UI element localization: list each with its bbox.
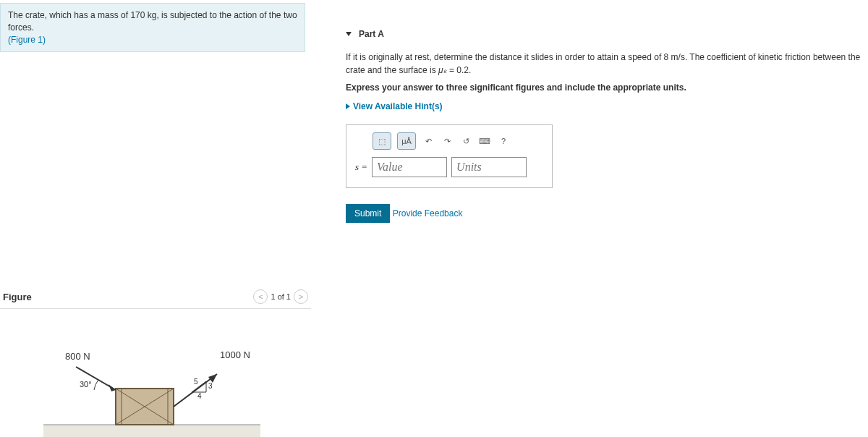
problem-text-1: The crate, which has a mass of <box>8 10 130 20</box>
prompt-speed: 8 m/s <box>664 52 685 62</box>
svg-rect-0 <box>43 425 260 437</box>
prompt-prefix: If it is originally at rest, determine t… <box>346 52 664 62</box>
figure-nav: < 1 of 1 > <box>253 289 308 304</box>
submit-button[interactable]: Submit <box>346 204 390 223</box>
answer-box: ⬚ μÅ ↶ ↷ ↺ ⌨ ? s = <box>346 124 553 188</box>
tri-rise: 3 <box>208 382 213 390</box>
template-tool[interactable]: ⬚ <box>373 132 391 150</box>
caret-right-icon <box>346 103 350 109</box>
tri-hyp: 5 <box>194 378 198 386</box>
special-char-tool[interactable]: μÅ <box>397 132 416 150</box>
angle-label: 30° <box>80 380 92 389</box>
question-prompt: If it is originally at rest, determine t… <box>346 51 867 77</box>
caret-down-icon <box>346 32 352 36</box>
tri-run: 4 <box>197 392 202 400</box>
undo-button[interactable]: ↶ <box>422 133 435 149</box>
figure-counter: 1 of 1 <box>271 292 291 301</box>
reset-button[interactable]: ↺ <box>459 133 472 149</box>
express-instruction: Express your answer to three significant… <box>346 82 686 93</box>
hints-label: View Available Hint(s) <box>353 101 443 111</box>
keyboard-button[interactable]: ⌨ <box>478 133 491 149</box>
mu-symbol: μₖ <box>438 65 447 75</box>
variable-label: s = <box>355 161 367 173</box>
mu-eq: = 0.2. <box>447 65 472 75</box>
figure-title: Figure <box>3 292 32 302</box>
redo-button[interactable]: ↷ <box>441 133 454 149</box>
provide-feedback-link[interactable]: Provide Feedback <box>393 208 463 218</box>
help-button[interactable]: ? <box>497 133 510 149</box>
figure-panel: Figure < 1 of 1 > 800 N 30° <box>0 287 311 437</box>
figure-image: 800 N 30° 1000 N 3 4 5 <box>0 323 311 437</box>
prev-figure-button[interactable]: < <box>253 289 268 304</box>
problem-mass: 170 kg <box>130 10 156 20</box>
problem-statement: The crate, which has a mass of 170 kg, i… <box>0 3 305 52</box>
force1-label: 800 N <box>65 351 90 362</box>
part-header[interactable]: Part A <box>346 29 867 39</box>
force2-label: 1000 N <box>220 349 250 360</box>
units-input[interactable] <box>451 157 527 177</box>
next-figure-button[interactable]: > <box>294 289 308 304</box>
part-label: Part A <box>359 29 384 39</box>
figure-link[interactable]: (Figure 1) <box>8 34 297 46</box>
svg-marker-8 <box>109 384 116 391</box>
view-hints-link[interactable]: View Available Hint(s) <box>346 101 443 111</box>
toolbar: ⬚ μÅ ↶ ↷ ↺ ⌨ ? <box>373 132 543 150</box>
value-input[interactable] <box>372 157 447 177</box>
